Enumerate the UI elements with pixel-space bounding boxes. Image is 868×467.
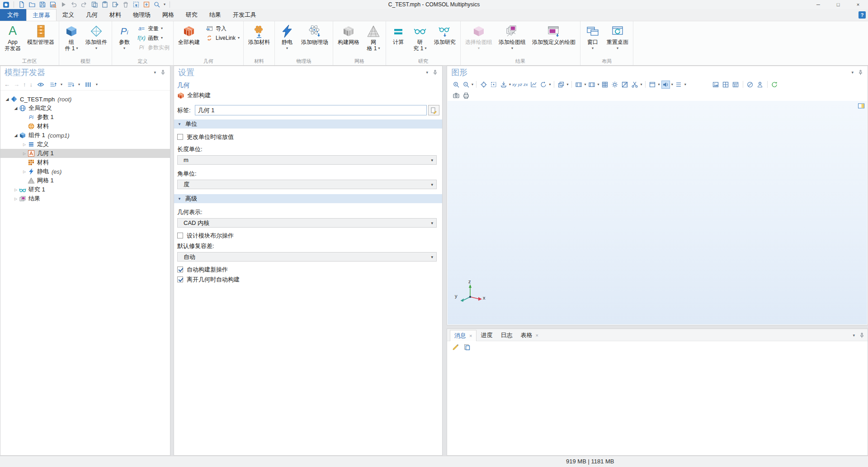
zoom-in-icon[interactable]: [452, 81, 460, 89]
duplicate-icon[interactable]: [112, 1, 119, 8]
view-window-icon[interactable]: [648, 81, 657, 89]
angle-unit-select[interactable]: 度 ▾: [177, 180, 437, 189]
go-forward-icon[interactable]: →: [14, 81, 19, 88]
tab-study[interactable]: 研究: [180, 9, 203, 21]
move-down-icon[interactable]: ↓: [30, 81, 33, 88]
comsol-app-icon[interactable]: [2, 1, 9, 8]
expander-icon[interactable]: [13, 133, 19, 138]
reset-desktop-button[interactable]: 重置桌面 ▾: [604, 22, 631, 57]
tab-definitions[interactable]: 定义: [57, 9, 80, 21]
paste-icon[interactable]: [101, 1, 108, 8]
undo-icon[interactable]: [70, 1, 77, 8]
tree-item-global-materials[interactable]: 材料: [0, 122, 170, 131]
maximize-button[interactable]: □: [828, 0, 848, 9]
tab-messages[interactable]: 消息 ×: [450, 330, 476, 341]
transparency-icon[interactable]: [621, 81, 629, 89]
chevron-down-icon[interactable]: ▾: [96, 83, 98, 86]
import-button[interactable]: 导入: [203, 24, 241, 33]
pin-icon[interactable]: [859, 333, 865, 338]
add-study-button[interactable]: 添加研究: [431, 22, 458, 57]
add-component-button[interactable]: 添加组件 ▾: [83, 22, 110, 57]
section-advanced[interactable]: ▼ 高级: [174, 194, 442, 203]
chevron-down-icon[interactable]: ▾: [567, 83, 569, 86]
chevron-down-icon[interactable]: ▾: [61, 83, 62, 86]
tree-item-root[interactable]: C_TEST.mph (root): [0, 95, 170, 104]
chevron-down-icon[interactable]: ▾: [472, 83, 473, 86]
tree-item-results[interactable]: 结果: [0, 194, 170, 203]
build-mesh-button[interactable]: 构建网格: [335, 22, 362, 57]
zoom-extents-icon[interactable]: [489, 81, 498, 89]
label-input[interactable]: [195, 105, 427, 115]
tab-materials[interactable]: 材料: [104, 9, 127, 21]
checkbox[interactable]: [177, 276, 183, 282]
rename-button[interactable]: [428, 105, 439, 115]
snapshot-camera-icon[interactable]: [452, 91, 460, 100]
expander-icon[interactable]: [4, 97, 10, 101]
mesh-1-button[interactable]: 网 格 1▾: [363, 22, 384, 57]
go-to-yz-view-icon[interactable]: yz: [518, 82, 523, 87]
chevron-down-icon[interactable]: ▾: [509, 83, 511, 86]
design-module-boolean-checkbox[interactable]: 设计模块布尔操作: [177, 232, 442, 239]
tab-table[interactable]: 表格 ×: [516, 330, 542, 341]
environment-reflections-icon[interactable]: [575, 81, 583, 89]
tree-item-materials[interactable]: 材料: [0, 158, 170, 167]
electrostatics-button[interactable]: 静电 ▾: [277, 22, 297, 57]
clear-messages-icon[interactable]: [451, 343, 460, 351]
plot-grid-icon[interactable]: [722, 81, 730, 89]
auto-build-on-leave-checkbox[interactable]: 离开几何时自动构建: [177, 276, 442, 283]
panel-menu-icon[interactable]: ▾: [154, 70, 156, 75]
tab-physics[interactable]: 物理场: [127, 9, 156, 21]
tree-item-parameters-1[interactable]: Pi 参数 1: [0, 113, 170, 122]
auto-build-new-operations-checkbox[interactable]: 自动构建新操作: [177, 266, 442, 273]
image-snapshot-icon[interactable]: [712, 81, 720, 89]
section-units[interactable]: ▼ 单位: [174, 119, 442, 129]
redo-icon[interactable]: [80, 1, 88, 8]
tab-results[interactable]: 结果: [203, 9, 227, 21]
geometry-representation-select[interactable]: CAD 内核 ▾: [177, 218, 437, 228]
functions-button[interactable]: f(x) 函数▾: [136, 34, 171, 42]
chevron-down-icon[interactable]: ▾: [684, 83, 686, 86]
view-menu-icon[interactable]: [499, 81, 508, 89]
dock-graphics-icon[interactable]: [858, 102, 865, 110]
chevron-down-icon[interactable]: ▾: [549, 83, 551, 86]
checkbox[interactable]: [177, 233, 183, 238]
close-icon[interactable]: ×: [535, 333, 538, 338]
pin-icon[interactable]: [858, 70, 863, 76]
model-manager-button[interactable]: 模型管理器: [24, 22, 57, 57]
select-region-icon[interactable]: [132, 1, 140, 8]
save-as-icon[interactable]: [49, 1, 57, 8]
pin-icon[interactable]: [432, 70, 438, 76]
panel-menu-icon[interactable]: ▾: [851, 70, 854, 75]
tree-item-study-1[interactable]: 研究 1: [0, 185, 170, 194]
chevron-down-icon[interactable]: ▾: [641, 83, 642, 86]
delete-icon[interactable]: [122, 1, 129, 8]
chevron-down-icon[interactable]: ▾: [585, 83, 586, 86]
windows-button[interactable]: 窗口 ▾: [582, 22, 603, 57]
close-button[interactable]: ×: [848, 0, 868, 9]
scale-values-checkbox[interactable]: 更改单位时缩放值: [177, 133, 442, 140]
component-1-button[interactable]: 组 件 1▾: [61, 22, 82, 57]
expander-icon[interactable]: [13, 188, 19, 192]
print-icon[interactable]: [462, 91, 470, 100]
add-plot-group-button[interactable]: 添加绘图组 ▾: [496, 22, 528, 57]
tab-log[interactable]: 日志: [496, 330, 516, 341]
checkbox[interactable]: [177, 134, 183, 140]
pin-icon[interactable]: [160, 70, 166, 76]
expander-icon[interactable]: [21, 152, 28, 156]
close-icon[interactable]: ×: [469, 333, 472, 338]
disable-interaction-icon[interactable]: [746, 81, 755, 89]
material-rendering-icon[interactable]: [588, 81, 596, 89]
tree-item-geometry-1[interactable]: 几何 1: [0, 149, 170, 158]
tab-home[interactable]: 主屏幕: [26, 9, 57, 21]
tab-file[interactable]: 文件: [0, 9, 26, 21]
save-icon[interactable]: [39, 1, 46, 8]
compute-button[interactable]: 计算: [388, 22, 409, 57]
chevron-down-icon[interactable]: ▾: [658, 83, 660, 86]
zoom-out-icon[interactable]: [462, 81, 470, 89]
help-button[interactable]: ?: [859, 11, 866, 19]
length-unit-select[interactable]: m ▾: [177, 155, 437, 165]
go-to-default-view-icon[interactable]: [479, 81, 488, 89]
refresh-icon[interactable]: [770, 81, 779, 89]
copy-messages-icon[interactable]: [462, 343, 471, 351]
clipping-icon[interactable]: [631, 81, 639, 89]
